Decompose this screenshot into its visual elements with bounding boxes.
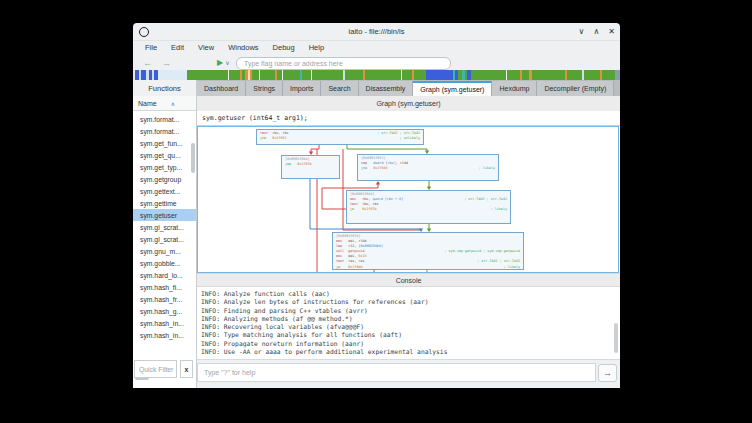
vertical-scrollbar-thumb[interactable]	[191, 143, 195, 173]
memory-segment	[345, 70, 363, 80]
tab-strings[interactable]: Strings	[246, 81, 283, 96]
console-line: INFO: Propagate noreturn information (aa…	[201, 340, 620, 348]
function-list-item[interactable]: sym.format...	[133, 125, 196, 137]
maximize-icon[interactable]: ∧	[593, 27, 599, 36]
minimize-icon[interactable]: ∨	[579, 27, 585, 36]
memory-segment	[365, 70, 401, 80]
memory-segment	[252, 70, 259, 80]
menu-item-help[interactable]: Help	[303, 41, 330, 54]
main-tab-bar: DashboardStringsImportsSearchDisassembly…	[197, 80, 620, 96]
function-list-item[interactable]: sym.gettext...	[133, 185, 196, 197]
memory-segment	[426, 70, 453, 80]
function-list-item[interactable]: sym.gl_scrat...	[133, 221, 196, 233]
function-list-item[interactable]: sym.getgroup	[133, 173, 196, 185]
asm-line: jne 0x1f052; unlikely	[260, 136, 420, 141]
asm-line: jne 0x1f048; likely	[361, 166, 495, 171]
console-panel-title: Console	[197, 273, 620, 287]
basic-block[interactable]: [0x0001f052]cmp dword [rbx], r14djne 0x1…	[357, 154, 499, 181]
continue-play-icon[interactable]: ▶	[217, 58, 223, 67]
menu-item-edit[interactable]: Edit	[165, 41, 190, 54]
memory-segment	[567, 70, 582, 80]
quick-filter-input[interactable]: Quick Filter	[134, 360, 177, 378]
clear-filter-button[interactable]: x	[180, 360, 193, 378]
basic-block[interactable]: [0x0001f048]mov rbx, qword [rbx + 8]; st…	[346, 190, 511, 224]
asm-comment: ; likely	[473, 166, 495, 171]
console-line: INFO: Finding and parsing C++ vtables (a…	[201, 307, 620, 315]
function-list-item[interactable]: sym.gobble...	[133, 257, 196, 269]
sort-ascending-icon: ∧	[171, 100, 175, 107]
menu-item-file[interactable]: File	[139, 41, 163, 54]
function-list-item[interactable]: sym.getuser	[133, 209, 196, 221]
asm-comment: ; likely	[485, 207, 507, 212]
asm-comment: ; unlikely	[394, 136, 420, 141]
function-list-item[interactable]: sym.hash_fr...	[133, 293, 196, 305]
basic-block[interactable]: [0x0001f07b]mov edi, r14dlea r12, [0x000…	[332, 232, 524, 270]
console-placeholder: Type "?" for help	[204, 369, 255, 376]
console-line: INFO: Analyzing methods (af @@ method.*)	[201, 315, 620, 323]
menu-item-debug[interactable]: Debug	[267, 41, 301, 54]
asm-line: je 0x1f0bb; likely	[336, 265, 520, 270]
omnibar-input[interactable]: Type flag name or address here	[236, 57, 451, 70]
asm-comment: ; likely	[498, 265, 520, 270]
memory-segment	[158, 70, 187, 80]
back-icon[interactable]: ←	[143, 58, 152, 68]
memory-segment	[414, 70, 426, 80]
tab-dashboard[interactable]: Dashboard	[197, 81, 246, 96]
close-icon[interactable]: ✕	[608, 27, 615, 36]
menu-item-view[interactable]: View	[192, 41, 220, 54]
function-list-item[interactable]: sym.gl_scrat...	[133, 233, 196, 245]
memory-map-bar[interactable]	[133, 70, 620, 80]
function-list-item[interactable]: sym.get_fun...	[133, 137, 196, 149]
forward-icon[interactable]: →	[162, 58, 171, 68]
menu-item-windows[interactable]: Windows	[222, 41, 264, 54]
function-list-item[interactable]: sym.hash_in...	[133, 317, 196, 329]
memory-segment	[260, 70, 275, 80]
graph-viewport[interactable]: test rbx, rbx; str.7b42 ; str.7a42jne 0x…	[197, 126, 619, 273]
memory-segment	[312, 70, 343, 80]
graph-edge	[347, 145, 427, 153]
edge-arrowhead	[376, 181, 380, 185]
graph-panel-title: Graph (sym.getuser)	[197, 96, 620, 112]
functions-panel-title[interactable]: Functions	[133, 80, 196, 97]
basic-block[interactable]: [0x0001f04d]jmp 0x1f07b	[281, 155, 340, 179]
menu-bar: FileEditViewWindowsDebugHelp	[133, 40, 620, 55]
function-list-item[interactable]: sym.get_typ...	[133, 161, 196, 173]
tab-hexdump[interactable]: Hexdump	[492, 81, 537, 96]
memory-segment	[584, 70, 601, 80]
asm-line: jmp 0x1f07b	[285, 162, 336, 167]
function-list-item[interactable]: sym.get_qu...	[133, 149, 196, 161]
memory-segment	[187, 70, 228, 80]
function-list: sym.format...sym.format...sym.get_fun...…	[133, 113, 196, 341]
name-column-header[interactable]: Name ∧	[133, 96, 196, 111]
function-list-item[interactable]: sym.hard_lo...	[133, 269, 196, 281]
memory-segment	[522, 70, 529, 80]
memory-segment	[615, 70, 620, 80]
memory-segment	[471, 70, 506, 80]
omnibar-placeholder: Type flag name or address here	[244, 60, 343, 67]
function-list-item[interactable]: sym.format...	[133, 113, 196, 125]
console-scrollbar-thumb[interactable]	[614, 323, 618, 353]
console-input[interactable]: Type "?" for help	[197, 363, 596, 382]
asm-comment: ; sym.imp.getpwuid ; sym.imp.getpwuid	[438, 249, 520, 254]
function-list-item[interactable]: sym.gettime	[133, 197, 196, 209]
console-line: INFO: Analyze function calls (aac)	[201, 290, 620, 298]
function-list-item[interactable]: sym.hash_g...	[133, 305, 196, 317]
title-bar[interactable]: iaito - file:///bin/ls ∨∧✕	[133, 23, 620, 41]
function-list-item[interactable]: sym.gnu_m...	[133, 245, 196, 257]
console-submit-button[interactable]: →	[598, 364, 617, 382]
tab-disassembly[interactable]: Disassembly	[359, 81, 414, 96]
console-line: INFO: Recovering local variables (afva@@…	[201, 323, 620, 331]
console-output[interactable]: INFO: Analyze function calls (aac)INFO: …	[197, 287, 620, 360]
chevron-down-icon[interactable]: ∨	[225, 59, 229, 66]
console-line: INFO: Use -AA or aaaa to perform additio…	[201, 348, 620, 356]
tab-imports[interactable]: Imports	[283, 81, 321, 96]
memory-segment	[507, 70, 519, 80]
function-list-item[interactable]: sym.hash_in...	[133, 329, 196, 341]
tab-search[interactable]: Search	[321, 81, 358, 96]
tab-graph-sym-getuser-[interactable]: Graph (sym.getuser)	[413, 81, 492, 96]
tab-decompiler-empty-[interactable]: Decompiler (Empty)	[537, 81, 614, 96]
asm-comment: ; str.7b42 ; str.7a42	[458, 197, 507, 202]
basic-block[interactable]: test rbx, rbx; str.7b42 ; str.7a42jne 0x…	[256, 129, 424, 145]
window-controls: ∨∧✕	[579, 23, 615, 40]
function-list-item[interactable]: sym.hash_fi...	[133, 281, 196, 293]
